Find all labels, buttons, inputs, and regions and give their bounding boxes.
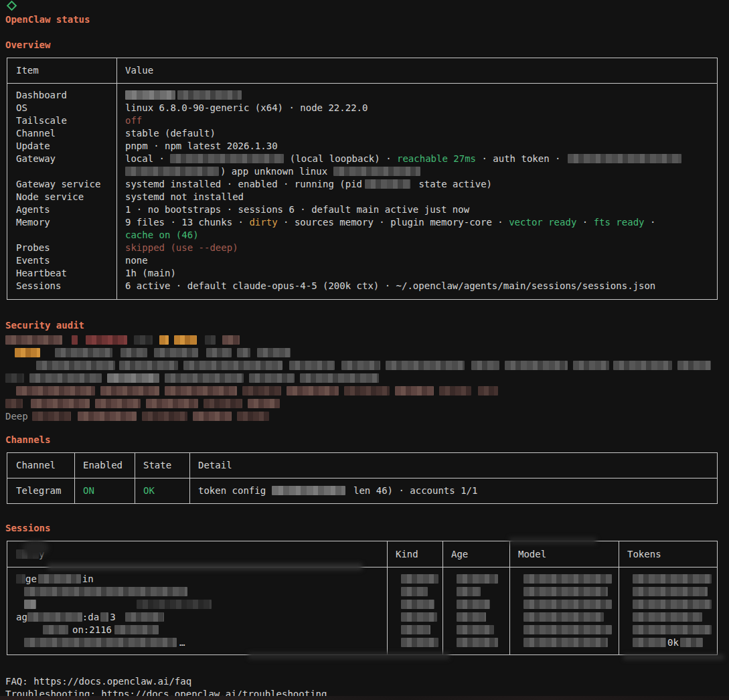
redacted-block <box>401 587 428 596</box>
column-header: Kind <box>387 548 442 561</box>
item-cell: Events <box>7 254 116 267</box>
redacted-block <box>16 574 25 584</box>
redacted-line <box>5 385 729 398</box>
redacted-block <box>341 361 380 370</box>
value-cell: stable (default) <box>116 127 717 140</box>
redacted-block <box>633 625 712 634</box>
redacted-block <box>633 574 712 584</box>
session-cell: 0k <box>619 573 717 649</box>
text-segment: token config <box>198 485 272 496</box>
redacted-block <box>170 154 284 163</box>
redacted-block <box>633 638 666 647</box>
redacted-block <box>365 179 410 189</box>
redacted-block <box>107 373 159 383</box>
table-divider <box>387 541 388 654</box>
text-segment: 6 active · default claude-opus-4-5 (200k… <box>125 280 655 291</box>
column-header: Tokens <box>619 548 717 561</box>
redacted-block <box>100 612 108 622</box>
column-header: Detail <box>189 459 717 472</box>
redacted-line <box>5 372 729 385</box>
redacted-line <box>451 636 509 649</box>
value-cell: pnpm · npm latest 2026.1.30 <box>116 140 717 153</box>
text-segment: reachable 27ms <box>397 153 476 164</box>
table-row: TelegramONOKtoken config len 46) · accou… <box>7 485 717 497</box>
text-segment: Age <box>451 549 468 559</box>
redacted-block <box>16 549 39 559</box>
table-row: Tailscaleoff <box>7 114 717 127</box>
redaction-smudge <box>623 654 724 660</box>
redacted-block <box>523 638 608 647</box>
text-segment: · sources memory · plugin memory-core · <box>278 217 509 228</box>
redacted-block <box>457 587 481 596</box>
table-divider <box>442 541 443 654</box>
redacted-line <box>627 598 712 611</box>
table-row: Agents1 · no bootstraps · sessions 6 · d… <box>7 203 717 216</box>
redacted-line <box>451 611 509 624</box>
redacted-block <box>680 638 703 647</box>
redacted-block <box>257 348 291 357</box>
redacted-block <box>174 335 197 345</box>
text-segment: OK <box>143 485 155 496</box>
redacted-block <box>204 399 242 408</box>
redacted-block <box>5 399 23 408</box>
column-header: Value <box>116 64 717 77</box>
text-segment: stable (default) <box>125 128 216 139</box>
text-segment: (local loopback) · <box>284 153 397 164</box>
redacted-block <box>401 625 430 634</box>
redacted-block <box>272 486 345 495</box>
item-cell: Node service <box>7 191 116 203</box>
channel-cell: ON <box>74 485 135 497</box>
redacted-block <box>401 638 438 647</box>
item-cell: Probes <box>7 242 116 254</box>
text-segment: ge <box>25 574 37 584</box>
text-segment: 0k <box>667 637 679 648</box>
column-header: Age <box>442 548 509 561</box>
redacted-line <box>396 611 442 624</box>
text-segment: off <box>125 115 142 126</box>
value-cell: 1h (main) <box>116 267 717 280</box>
table-divider <box>509 541 510 654</box>
redacted-block <box>86 335 127 345</box>
text-segment: Telegram <box>16 485 61 496</box>
sessions-table: yKindAgeModelTokens geinag:da3on:2116…0k <box>7 541 718 655</box>
redacted-line <box>5 359 729 372</box>
redacted-block <box>523 587 608 596</box>
table-row: Sessions6 active · default claude-opus-4… <box>7 280 717 292</box>
redacted-block <box>523 600 612 609</box>
text-segment: 1h (main) <box>125 268 176 278</box>
redacted-block <box>134 335 153 345</box>
text-segment: vector ready <box>509 217 576 228</box>
table-divider <box>116 58 117 299</box>
redacted-block <box>15 348 40 357</box>
item-cell: OS <box>7 102 116 114</box>
column-header: Channel <box>7 459 74 472</box>
security-audit-heading: Security audit <box>5 319 729 332</box>
item-cell: Agents <box>7 203 116 216</box>
table-row: Memory9 files · 13 chunks · dirty · sour… <box>7 216 717 242</box>
text-segment: · auth token · <box>476 153 566 164</box>
item-cell: Tailscale <box>7 114 116 127</box>
table-divider <box>189 453 190 503</box>
redacted-block <box>125 167 219 176</box>
redacted-line <box>396 636 442 649</box>
redacted-line <box>518 598 619 611</box>
sessions-heading: Sessions <box>5 522 729 535</box>
text-segment: :da <box>82 612 99 622</box>
text-segment: · <box>576 217 593 228</box>
redacted-block <box>100 386 159 396</box>
value-cell: 6 active · default claude-opus-4-5 (200k… <box>116 280 717 292</box>
text-segment: pnpm · npm latest 2026.1.30 <box>125 141 278 151</box>
redacted-block <box>248 399 280 408</box>
overview-table-header: Item Value <box>7 58 717 84</box>
redacted-line <box>5 398 729 410</box>
text-segment: on:2116 <box>72 624 112 635</box>
channel-cell: Telegram <box>7 485 74 497</box>
redacted-block <box>401 574 438 584</box>
redacted-block <box>237 412 269 421</box>
value-cell: none <box>116 254 717 267</box>
redacted-block <box>55 348 112 357</box>
redacted-block <box>154 348 198 357</box>
redacted-line <box>518 636 619 649</box>
redacted-line <box>627 611 712 624</box>
redacted-line <box>451 586 509 598</box>
